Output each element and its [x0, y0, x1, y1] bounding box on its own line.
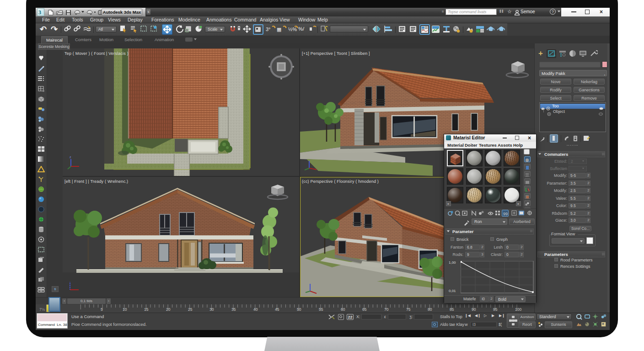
svg-text:z: z [70, 155, 71, 159]
svg-text:/: / [303, 26, 305, 32]
svg-text:%: % [298, 26, 303, 32]
svg-text:3: 3 [38, 9, 41, 16]
svg-text:99: 99 [503, 212, 508, 216]
svg-text:3°: 3° [266, 27, 271, 32]
svg-text:▦: ▦ [277, 27, 281, 32]
svg-text:CLUP: CLUP [549, 54, 556, 57]
svg-text:½%: ½% [288, 27, 297, 32]
